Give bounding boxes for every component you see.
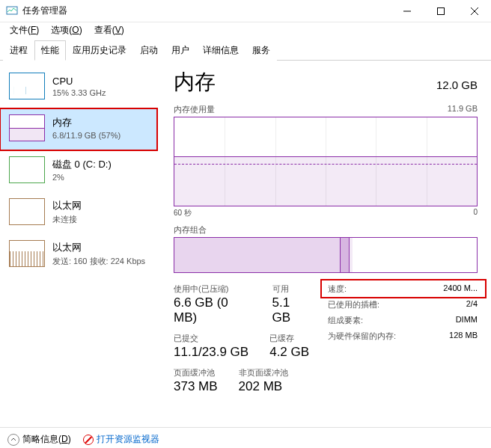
kv-speed-value: 2400 M... xyxy=(443,283,478,295)
stat-inuse-label: 使用中(已压缩) xyxy=(174,283,251,295)
sidebar-item-ethernet-1[interactable]: 以太网 未连接 xyxy=(0,192,157,234)
sidebar-item-detail: 6.8/11.9 GB (57%) xyxy=(52,131,121,140)
stat-paged-value: 373 MB xyxy=(174,379,218,394)
tab-details[interactable]: 详细信息 xyxy=(196,40,246,61)
tab-processes[interactable]: 进程 xyxy=(3,40,34,61)
kv-form-value: DIMM xyxy=(456,315,478,326)
sidebar-item-label: 以太网 xyxy=(52,241,145,254)
resource-monitor-icon xyxy=(83,435,94,445)
usage-chart-max: 11.9 GB xyxy=(448,104,478,115)
sidebar-item-label: 内存 xyxy=(52,116,121,129)
menubar: 文件(F) 选项(O) 查看(V) xyxy=(0,22,491,37)
stat-nonpaged-label: 非页面缓冲池 xyxy=(239,367,288,378)
sidebar-item-ethernet-2[interactable]: 以太网 发送: 160 接收: 224 Kbps xyxy=(0,234,157,276)
composition-label: 内存组合 xyxy=(174,224,478,236)
sidebar-item-memory[interactable]: 内存 6.8/11.9 GB (57%) xyxy=(0,108,157,150)
stat-committed-label: 已提交 xyxy=(174,333,248,344)
kv-form-label: 组成要素: xyxy=(328,315,363,326)
sidebar-item-detail: 2% xyxy=(52,173,112,182)
stat-paged-label: 页面缓冲池 xyxy=(174,367,218,378)
content: CPU 15% 3.33 GHz 内存 6.8/11.9 GB (57%) 磁盘… xyxy=(0,61,491,427)
chevron-up-icon xyxy=(7,434,19,446)
chart-axis-right: 0 xyxy=(473,208,478,218)
kv-speed-label: 速度: xyxy=(328,283,347,295)
footer: 简略信息(D) 打开资源监视器 xyxy=(0,427,491,448)
sidebar-item-detail: 15% 3.33 GHz xyxy=(52,88,106,97)
sidebar-item-label: 以太网 xyxy=(52,199,82,212)
stat-nonpaged-value: 202 MB xyxy=(239,379,288,394)
close-button[interactable] xyxy=(457,0,491,22)
sidebar-item-detail: 发送: 160 接收: 224 Kbps xyxy=(52,256,145,267)
tabs: 进程 性能 应用历史记录 启动 用户 详细信息 服务 xyxy=(0,40,491,61)
fewer-details-button[interactable]: 简略信息(D) xyxy=(7,433,71,446)
svg-rect-2 xyxy=(437,7,444,14)
memory-capacity: 12.0 GB xyxy=(436,79,478,91)
resource-monitor-label: 打开资源监视器 xyxy=(97,433,159,446)
stat-committed-value: 11.1/23.9 GB xyxy=(174,345,248,360)
memory-thumb-icon xyxy=(9,114,45,141)
kv-reserved-value: 128 MB xyxy=(449,331,478,342)
tab-services[interactable]: 服务 xyxy=(246,40,277,61)
sidebar-item-label: 磁盘 0 (C: D:) xyxy=(52,158,112,171)
kv-reserved-label: 为硬件保留的内存: xyxy=(328,331,396,342)
kv-slots-label: 已使用的插槽: xyxy=(328,299,379,310)
tab-startup[interactable]: 启动 xyxy=(133,40,165,61)
window-title: 任务管理器 xyxy=(22,4,390,17)
stat-cached-label: 已缓存 xyxy=(269,333,309,344)
tab-users[interactable]: 用户 xyxy=(165,40,196,61)
sidebar-item-cpu[interactable]: CPU 15% 3.33 GHz xyxy=(0,67,157,108)
maximize-button[interactable] xyxy=(424,0,457,22)
menu-options[interactable]: 选项(O) xyxy=(45,22,88,38)
page-title: 内存 xyxy=(174,68,216,96)
kv-slots-value: 2/4 xyxy=(466,299,478,310)
sidebar: CPU 15% 3.33 GHz 内存 6.8/11.9 GB (57%) 磁盘… xyxy=(0,61,157,427)
open-resource-monitor-link[interactable]: 打开资源监视器 xyxy=(83,433,159,446)
memory-usage-chart xyxy=(174,117,478,206)
app-icon xyxy=(6,5,18,17)
tab-app-history[interactable]: 应用历史记录 xyxy=(66,40,133,61)
sidebar-item-detail: 未连接 xyxy=(52,214,82,225)
minimize-button[interactable] xyxy=(390,0,424,22)
ethernet-thumb-icon xyxy=(9,240,45,267)
usage-chart-label: 内存使用量 xyxy=(174,104,215,115)
tab-performance[interactable]: 性能 xyxy=(34,40,66,61)
stat-inuse-value: 6.6 GB (0 MB) xyxy=(174,295,251,325)
main-panel: 内存 12.0 GB 内存使用量 11.9 GB 60 秒 0 内存组合 使用中… xyxy=(157,61,491,427)
menu-view[interactable]: 查看(V) xyxy=(88,22,130,38)
stat-cached-value: 4.2 GB xyxy=(269,345,309,360)
disk-thumb-icon xyxy=(9,156,45,183)
titlebar: 任务管理器 xyxy=(0,0,491,22)
chart-axis-left: 60 秒 xyxy=(174,208,192,218)
memory-composition-chart xyxy=(174,237,478,273)
cpu-thumb-icon xyxy=(9,73,45,99)
ethernet-thumb-icon xyxy=(9,198,45,225)
sidebar-item-label: CPU xyxy=(52,76,106,87)
sidebar-item-disk[interactable]: 磁盘 0 (C: D:) 2% xyxy=(0,150,157,192)
stat-avail-label: 可用 xyxy=(272,283,310,295)
menu-file[interactable]: 文件(F) xyxy=(4,22,45,38)
stat-avail-value: 5.1 GB xyxy=(272,295,310,325)
